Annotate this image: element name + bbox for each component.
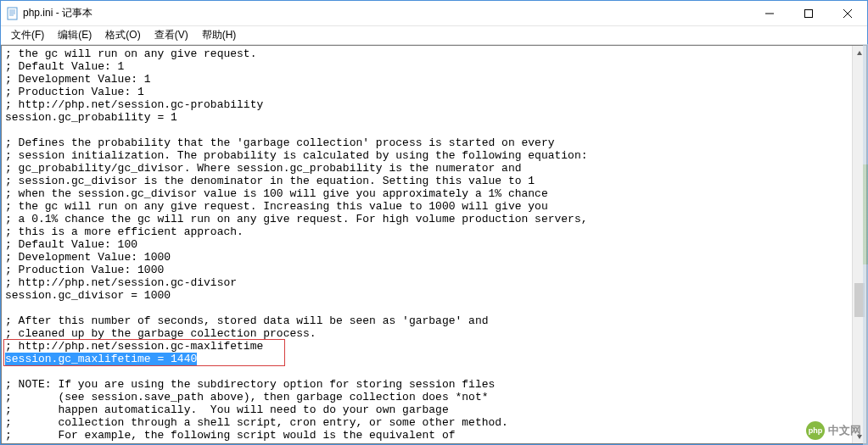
close-button[interactable] <box>828 1 867 25</box>
svg-marker-9 <box>857 51 862 55</box>
notepad-window: php.ini - 记事本 文件(F) 编辑(E) 格式(O) 查看(V) 帮助… <box>0 0 868 445</box>
menu-help[interactable]: 帮助(H) <box>195 26 244 44</box>
watermark: php 中文网 <box>806 421 861 440</box>
window-controls <box>750 1 867 25</box>
php-logo-icon: php <box>806 421 825 440</box>
menubar: 文件(F) 编辑(E) 格式(O) 查看(V) 帮助(H) <box>1 26 867 45</box>
notepad-icon <box>6 7 20 20</box>
watermark-text: 中文网 <box>828 423 861 438</box>
menu-view[interactable]: 查看(V) <box>148 26 195 44</box>
menu-edit[interactable]: 编辑(E) <box>51 26 98 44</box>
minimize-button[interactable] <box>750 1 789 25</box>
editor-area: ; the gc will run on any give request. ;… <box>1 45 867 444</box>
text-editor[interactable]: ; the gc will run on any give request. ;… <box>2 46 866 443</box>
window-title: php.ini - 记事本 <box>23 6 750 20</box>
maximize-button[interactable] <box>789 1 828 25</box>
selected-text: session.gc_maxlifetime = 1440 <box>5 353 197 365</box>
titlebar[interactable]: php.ini - 记事本 <box>1 1 867 26</box>
menu-file[interactable]: 文件(F) <box>4 26 51 44</box>
background-window-edge <box>863 44 868 445</box>
menu-format[interactable]: 格式(O) <box>98 26 147 44</box>
svg-rect-6 <box>805 9 813 17</box>
